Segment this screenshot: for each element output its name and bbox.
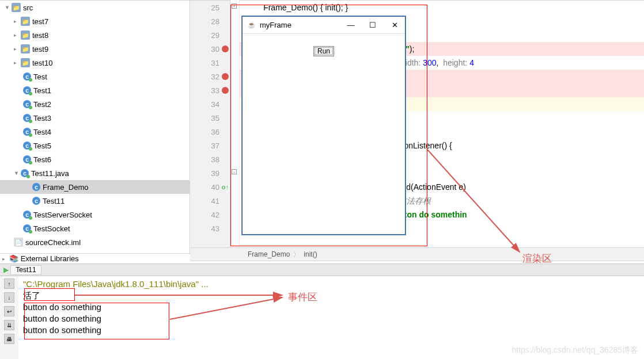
- chevron-right-icon: 〉: [293, 250, 300, 259]
- minimize-button[interactable]: —: [345, 21, 357, 29]
- line-number: 32: [211, 72, 219, 81]
- tree-inner-class[interactable]: cFrame_Demo: [0, 180, 190, 194]
- tree-label: test7: [32, 17, 48, 26]
- breadcrumb[interactable]: Frame_Demo 〉 init(): [190, 247, 644, 261]
- line-number: 25: [211, 3, 219, 12]
- tree-class[interactable]: cTest1: [0, 83, 190, 97]
- line-number: 37: [211, 142, 219, 150]
- tree-class[interactable]: cTest: [0, 70, 190, 83]
- watermark: https://blog.csdn.net/qq_36285博客: [512, 345, 638, 356]
- line-number: 38: [211, 155, 219, 164]
- line-number: 33: [211, 86, 219, 95]
- line-number: 43: [211, 224, 219, 233]
- breadcrumb-item[interactable]: init(): [304, 250, 317, 258]
- tree-inner-class[interactable]: cTest11: [0, 194, 190, 208]
- tree-label: test9: [32, 45, 48, 54]
- tree-label: Test2: [33, 100, 51, 109]
- tree-src[interactable]: ▼📁src: [0, 1, 190, 14]
- run-tool-header: ▶ Test11: [0, 263, 644, 276]
- line-number: 39: [211, 169, 219, 178]
- line-number: 41: [211, 197, 219, 205]
- tree-label: TestServerSocket: [33, 211, 92, 219]
- console-line: "C:\Program Files\Java\jdk1.8.0_111\bin\…: [23, 279, 209, 289]
- tree-label: External Libraries: [21, 254, 79, 263]
- line-number: 34: [211, 100, 219, 109]
- run-icon: ▶: [3, 266, 9, 274]
- breakpoint-icon[interactable]: [222, 87, 229, 94]
- title-bar[interactable]: ☕ myFrame — ☐ ✕: [243, 17, 405, 34]
- code-text: Frame_Demo() { init(); }: [263, 3, 348, 12]
- tree-label: Test11: [43, 197, 65, 205]
- window-content: Run: [243, 34, 405, 56]
- run-config-name[interactable]: Test11: [10, 265, 41, 275]
- tree-class[interactable]: cTestSocket: [0, 221, 190, 235]
- breakpoint-icon[interactable]: [222, 73, 229, 80]
- override-icon[interactable]: o↑: [222, 184, 229, 190]
- window-title: myFrame: [260, 21, 345, 29]
- print-icon[interactable]: 🖶: [4, 334, 14, 344]
- tree-class[interactable]: cTest4: [0, 125, 190, 139]
- java-icon: ☕: [247, 21, 256, 30]
- maximize-button[interactable]: ☐: [367, 21, 378, 29]
- tree-folder[interactable]: ▸📁test10: [0, 56, 190, 70]
- line-number: 35: [211, 114, 219, 123]
- fold-toggle-icon[interactable]: -: [232, 169, 237, 174]
- console-line: button do something: [23, 325, 101, 335]
- close-button[interactable]: ✕: [389, 21, 400, 29]
- fold-toggle-icon[interactable]: +: [232, 3, 237, 9]
- tree-label: Test4: [33, 128, 51, 136]
- tree-class[interactable]: cTest5: [0, 139, 190, 152]
- line-number: 31: [211, 59, 219, 67]
- tree-folder[interactable]: ▸📁test9: [0, 42, 190, 56]
- tree-label: Test11.java: [31, 169, 69, 178]
- tree-class[interactable]: cTestServerSocket: [0, 208, 190, 221]
- down-icon[interactable]: ↓: [4, 292, 14, 303]
- tree-class[interactable]: cTest2: [0, 97, 190, 111]
- line-number: 40: [211, 183, 219, 192]
- tree-label: test10: [32, 59, 52, 67]
- tree-label: Frame_Demo: [43, 183, 88, 192]
- line-number: 29: [211, 31, 219, 40]
- java-frame-window[interactable]: ☕ myFrame — ☐ ✕ Run: [242, 16, 406, 235]
- tree-label: Test6: [33, 155, 51, 164]
- tree-label: src: [23, 3, 33, 12]
- breadcrumb-item[interactable]: Frame_Demo: [248, 250, 290, 258]
- tree-label: Test3: [33, 114, 51, 123]
- line-number: 42: [211, 211, 219, 219]
- editor-gutter[interactable]: 25 28 29 30 31 32 33 34 35 36 37 38 39 4…: [190, 0, 230, 247]
- tree-label: sourceCheck.iml: [25, 238, 81, 247]
- wrap-icon[interactable]: ↩: [4, 306, 14, 316]
- tree-label: Test: [33, 72, 47, 81]
- run-button[interactable]: Run: [313, 46, 334, 56]
- tree-iml[interactable]: 📄sourceCheck.iml: [0, 235, 190, 249]
- project-tree: ▼📁src ▸📁test7 ▸📁test8 ▸📁test9 ▸📁test10 c…: [0, 0, 190, 254]
- line-number: 36: [211, 128, 219, 136]
- tree-label: Test1: [33, 86, 51, 95]
- tree-class[interactable]: cTest3: [0, 111, 190, 125]
- fold-column: + -: [232, 0, 240, 247]
- tree-label: Test5: [33, 142, 51, 150]
- tree-java-file[interactable]: ▼cTest11.java: [0, 166, 190, 180]
- line-number: 28: [211, 17, 219, 26]
- up-icon[interactable]: ↑: [4, 278, 14, 289]
- console-line: button do something: [23, 314, 101, 323]
- annotation-label: 事件区: [288, 291, 317, 304]
- tree-folder[interactable]: ▸📁test8: [0, 28, 190, 42]
- console-line: button do something: [23, 302, 101, 312]
- breakpoint-icon[interactable]: [222, 45, 229, 52]
- tree-folder[interactable]: ▸📁test7: [0, 14, 190, 28]
- tree-label: test8: [32, 31, 48, 40]
- console-toolbar: ↑ ↓ ↩ ⇊ 🖶: [0, 276, 18, 359]
- tree-class[interactable]: cTest6: [0, 152, 190, 166]
- tree-label: TestSocket: [33, 224, 70, 233]
- line-number: 30: [211, 45, 219, 54]
- console-line: 活了: [23, 291, 40, 300]
- annotation-label: 渲染区: [522, 252, 552, 265]
- external-libraries[interactable]: ▸📚 External Libraries: [0, 253, 190, 263]
- scroll-icon[interactable]: ⇊: [4, 320, 14, 330]
